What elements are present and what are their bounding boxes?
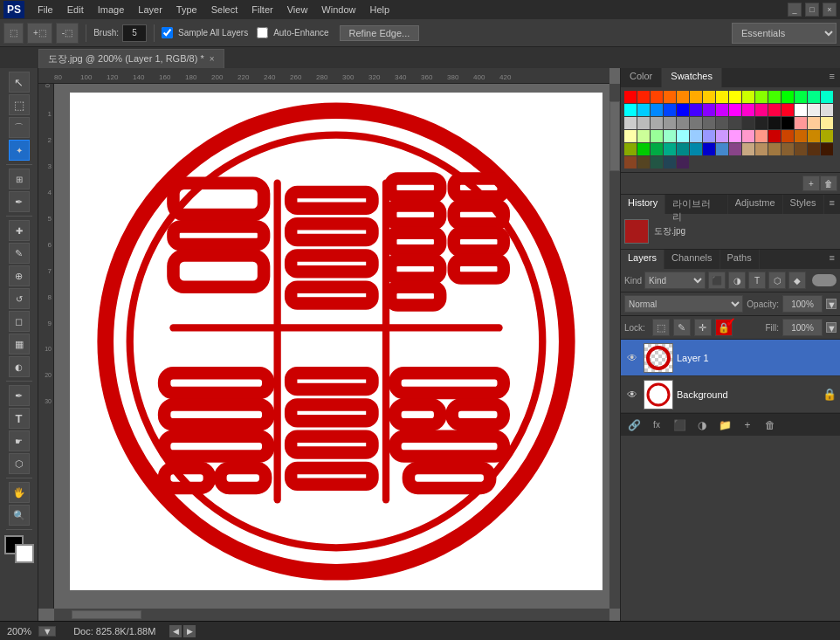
swatch[interactable] (729, 104, 741, 116)
swatch[interactable] (624, 117, 637, 129)
scrollbar-thumb-h[interactable] (72, 610, 141, 619)
lock-paint-btn[interactable]: ✎ (673, 319, 691, 336)
swatch[interactable] (664, 130, 676, 142)
tab-adjustments[interactable]: Adjustme (728, 195, 783, 214)
fill-arrow[interactable]: ▼ (826, 322, 837, 333)
layer-link-btn[interactable]: 🔗 (624, 416, 644, 434)
swatch[interactable] (808, 130, 820, 142)
swatch[interactable] (651, 143, 663, 155)
swatch-white[interactable] (795, 104, 807, 116)
eraser-tool-btn[interactable]: ◻ (9, 311, 30, 332)
swatch[interactable] (716, 104, 728, 116)
filter-type-btn[interactable]: T (748, 272, 766, 289)
scrollbar-thumb-v[interactable] (609, 101, 620, 171)
blend-mode-select[interactable]: Normal (624, 295, 743, 313)
swatch[interactable] (690, 117, 702, 129)
menu-view[interactable]: View (281, 3, 314, 17)
swatch[interactable] (664, 104, 676, 116)
swatch[interactable] (637, 117, 650, 129)
swatch[interactable] (637, 104, 650, 116)
swatch[interactable] (742, 143, 754, 155)
tab-library[interactable]: 라이브러리 (665, 195, 728, 214)
swatch[interactable] (703, 130, 715, 142)
swatch[interactable] (664, 91, 676, 103)
shape-tool-btn[interactable]: ⬡ (9, 453, 30, 474)
marquee-tool-btn[interactable]: ⬚ (9, 94, 30, 115)
refine-edge-button[interactable]: Refine Edge... (340, 25, 420, 41)
quick-select-tool-btn[interactable]: ⬚ (3, 23, 24, 44)
gradient-tool-btn[interactable]: ▦ (9, 334, 30, 354)
tab-layers[interactable]: Layers (621, 250, 664, 269)
opacity-input[interactable] (782, 295, 823, 313)
swatch[interactable] (690, 143, 702, 155)
swatch[interactable] (821, 143, 833, 155)
layers-panel-menu[interactable]: ≡ (824, 250, 840, 269)
swatch[interactable] (729, 130, 741, 142)
tab-styles[interactable]: Styles (783, 195, 824, 214)
filter-shape-btn[interactable]: ⬡ (768, 272, 786, 289)
swatch[interactable] (677, 91, 689, 103)
swatch[interactable] (690, 104, 702, 116)
hand-tool-btn[interactable]: 🖐 (9, 482, 30, 503)
swatch[interactable] (808, 117, 820, 129)
brush-tool-btn[interactable]: ✎ (9, 243, 30, 264)
filter-pixel-btn[interactable]: ⬛ (708, 272, 726, 289)
menu-layer[interactable]: Layer (132, 3, 169, 17)
swatch[interactable] (768, 91, 781, 103)
filter-toggle[interactable] (812, 274, 837, 286)
menu-image[interactable]: Image (92, 3, 131, 17)
swatch[interactable] (781, 143, 794, 155)
layer-fx-btn[interactable]: fx (647, 416, 666, 434)
add-adjustment-btn[interactable]: ◑ (692, 416, 712, 434)
swatch[interactable] (677, 104, 689, 116)
background-visibility-eye[interactable]: 👁 (624, 387, 640, 403)
tab-paths[interactable]: Paths (720, 250, 760, 269)
menu-edit[interactable]: Edit (61, 3, 90, 17)
delete-swatch-btn[interactable]: 🗑 (820, 175, 837, 191)
swatch[interactable] (677, 143, 689, 155)
zoom-menu-btn[interactable]: ▼ (38, 626, 56, 637)
dodge-tool-btn[interactable]: ◐ (9, 356, 30, 377)
swatch[interactable] (755, 143, 768, 155)
opacity-arrow[interactable]: ▼ (826, 299, 837, 309)
quick-select-tool-btn-left[interactable]: ✦ (9, 140, 30, 161)
swatch[interactable] (651, 156, 663, 169)
swatch[interactable] (781, 104, 794, 116)
swatch[interactable] (821, 91, 833, 103)
swatch[interactable] (664, 156, 676, 169)
swatch[interactable] (768, 104, 781, 116)
swatch[interactable] (795, 91, 807, 103)
swatch[interactable] (716, 143, 728, 155)
swatch-black[interactable] (781, 117, 794, 129)
swatch[interactable] (637, 143, 650, 155)
swatch[interactable] (651, 91, 663, 103)
swatch[interactable] (742, 91, 754, 103)
swatch[interactable] (795, 130, 807, 142)
swatch[interactable] (781, 91, 794, 103)
tab-history[interactable]: History (621, 195, 665, 214)
swatch[interactable] (795, 117, 807, 129)
swatch[interactable] (637, 130, 650, 142)
zoom-tool-btn[interactable]: 🔍 (9, 505, 30, 526)
swatch[interactable] (781, 130, 794, 142)
menu-window[interactable]: Window (315, 3, 361, 17)
layer-visibility-eye[interactable]: 👁 (624, 350, 640, 366)
swatch[interactable] (768, 130, 781, 142)
tab-close-button[interactable]: × (210, 54, 215, 64)
swatch[interactable] (716, 91, 728, 103)
swatch[interactable] (821, 104, 833, 116)
menu-file[interactable]: File (31, 3, 59, 17)
color-panel-menu-btn[interactable]: ≡ (824, 68, 840, 87)
tab-swatches[interactable]: Swatches (662, 68, 722, 87)
swatch[interactable] (768, 117, 781, 129)
swatch[interactable] (755, 104, 768, 116)
swatch[interactable] (651, 104, 663, 116)
swatch[interactable] (637, 91, 650, 103)
tab-channels[interactable]: Channels (664, 250, 720, 269)
healing-tool-btn[interactable]: ✚ (9, 220, 30, 241)
minimize-button[interactable]: _ (788, 3, 802, 17)
type-tool-btn[interactable]: T (9, 408, 30, 429)
maximize-button[interactable]: □ (805, 3, 819, 17)
swatch[interactable] (690, 130, 702, 142)
swatch[interactable] (664, 143, 676, 155)
